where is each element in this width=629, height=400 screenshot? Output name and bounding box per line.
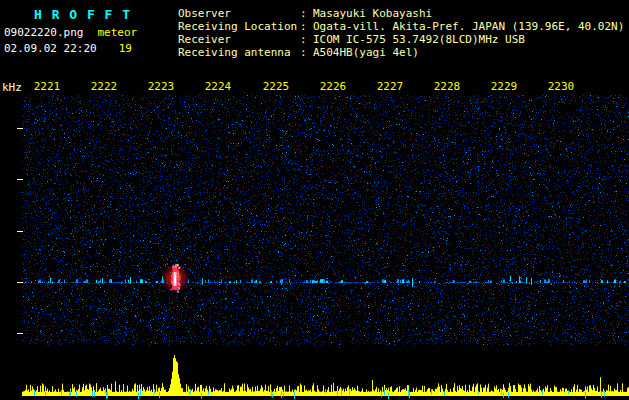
- time-axis: 2221 2222 2223 2224 2225 2226 2227 2228 …: [0, 80, 629, 93]
- time-tick: 2227: [370, 80, 410, 93]
- time-tick: 2225: [256, 80, 296, 93]
- time-tick: 2226: [313, 80, 353, 93]
- time-tick: 2228: [427, 80, 467, 93]
- separator: :: [300, 33, 313, 46]
- info-row-location: Receiving Location:Ogata-vill. Akita-Pre…: [178, 20, 624, 33]
- time-tick: 2221: [27, 80, 67, 93]
- info-label: Receiver: [178, 33, 300, 46]
- file-row: 09022220.pngmeteor: [4, 26, 137, 39]
- info-label: Receiving antenna: [178, 46, 300, 59]
- info-value: A504HB(yagi 4el): [313, 46, 419, 59]
- time-tick: 2223: [141, 80, 181, 93]
- app-title: H R O F F T: [34, 7, 137, 22]
- info-value: Masayuki Kobayashi: [313, 7, 432, 20]
- time-tick: 2229: [484, 80, 524, 93]
- info-value: ICOM IC-575 53.7492(8LCD)MHz USB: [313, 33, 525, 46]
- header: H R O F F T 09022220.pngmeteor 02.09.02 …: [0, 0, 629, 80]
- meteor-count-label: 19: [119, 42, 132, 55]
- info-row-antenna: Receiving antenna:A504HB(yagi 4el): [178, 46, 624, 59]
- station-info: Observer:Masayuki Kobayashi Receiving Lo…: [178, 7, 624, 59]
- info-row-receiver: Receiver:ICOM IC-575 53.7492(8LCD)MHz US…: [178, 33, 624, 46]
- time-row: 02.09.02 22:2019: [4, 42, 137, 55]
- spectrogram-canvas: [0, 95, 629, 400]
- mode-label: meteor: [97, 26, 137, 39]
- info-row-observer: Observer:Masayuki Kobayashi: [178, 7, 624, 20]
- separator: :: [300, 20, 313, 33]
- separator: :: [300, 7, 313, 20]
- time-tick: 2224: [198, 80, 238, 93]
- info-label: Receiving Location: [178, 20, 300, 33]
- hrofft-screen: H R O F F T 09022220.pngmeteor 02.09.02 …: [0, 0, 629, 400]
- time-tick: 2222: [84, 80, 124, 93]
- header-left: H R O F F T 09022220.pngmeteor 02.09.02 …: [4, 7, 137, 55]
- separator: :: [300, 46, 313, 59]
- time-tick: 2230: [541, 80, 581, 93]
- info-value: Ogata-vill. Akita-Pref. JAPAN (139.96E, …: [313, 20, 624, 33]
- info-label: Observer: [178, 7, 300, 20]
